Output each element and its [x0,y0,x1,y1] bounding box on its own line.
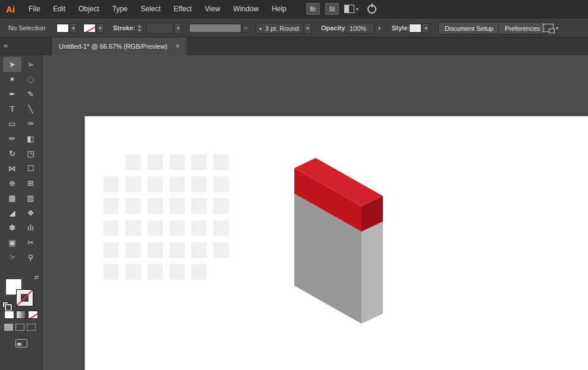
preferences-button[interactable]: Preferences [498,22,546,34]
menu-select[interactable]: Select [134,5,167,13]
change-screen-mode-button[interactable] [15,339,27,347]
fill-color-dropdown[interactable]: ▾ [56,23,77,33]
stroke-swatch[interactable] [83,24,96,33]
drawing-mode-buttons [4,324,36,331]
arrange-documents-icon [344,5,354,13]
menu-object[interactable]: Object [72,5,106,13]
hand-tool[interactable]: ☞ [3,250,21,265]
style-label: Style: [392,24,410,31]
brush-bullet: • [259,25,262,32]
menu-help[interactable]: Help [265,5,293,13]
canvas-area[interactable] [43,55,588,370]
performance-meter-icon[interactable] [367,5,376,14]
rotate-tool[interactable]: ↻ [3,146,21,161]
color-button[interactable] [4,311,14,319]
menu-edit[interactable]: Edit [46,5,72,13]
opacity-input[interactable]: 100% [346,23,375,34]
document-tab-bar: « Untitled-1* @ 66.67% (RGB/Preview) × [0,37,588,55]
stepper-down-icon[interactable]: ▾ [139,29,141,33]
close-icon[interactable]: × [175,42,180,50]
swap-fill-stroke-icon[interactable]: ⇄ [34,274,39,280]
document-tab[interactable]: Untitled-1* @ 66.67% (RGB/Preview) × [51,37,187,55]
curvature-tool[interactable]: ✎ [21,87,40,102]
draw-normal-button[interactable] [4,324,13,331]
brush-name: 3 pt. Round [265,25,299,32]
tools-grid: ➤➢✶◌✒✎T╲▭✑✏◧↻◳⋈☐⊕⊞▦▥◢❖✽ılı▣✂☞⚲ [3,57,40,265]
artboard[interactable] [85,116,588,370]
chevron-down-icon: ▾ [356,7,359,12]
workspace-switcher[interactable]: ▾ [543,24,558,32]
bridge-button[interactable]: Br [306,3,320,15]
menu-bar: Ai FileEditObjectTypeSelectEffectViewWin… [0,0,588,18]
symbol-sprayer-tool[interactable]: ✽ [3,220,21,235]
workspace-icon [543,24,554,32]
draw-behind-button[interactable] [15,324,24,331]
slice-tool[interactable]: ✂ [21,235,40,250]
style-dropdown[interactable]: ▾ [409,23,430,33]
collapse-panel-icon[interactable]: « [4,41,7,50]
column-graph-tool[interactable]: ılı [21,220,40,235]
color-type-buttons [4,311,38,319]
box-artwork[interactable] [85,116,588,370]
pen-tool[interactable]: ✒ [3,87,21,102]
eraser-tool[interactable]: ◧ [21,131,40,146]
eyedropper-tool[interactable]: ◢ [3,205,21,220]
selection-tool[interactable]: ➤ [3,57,21,72]
menu-window[interactable]: Window [227,5,265,13]
fill-stroke-control: ⇄ [2,276,40,310]
magic-wand-tool[interactable]: ✶ [3,72,21,87]
chevron-down-icon[interactable]: ▾ [304,23,312,34]
menu-type[interactable]: Type [106,5,134,13]
chevron-down-icon[interactable]: ▾ [174,23,182,34]
lasso-tool[interactable]: ◌ [21,72,40,87]
brush-definition-combo[interactable]: • 3 pt. Round ▾ [256,23,312,34]
stroke-weight-stepper[interactable]: ▴ ▾ [136,23,143,34]
perspective-grid-tool[interactable]: ⊞ [21,176,40,191]
paintbrush-tool[interactable]: ✑ [21,116,40,131]
stroke-weight-input[interactable] [146,23,174,34]
document-setup-button[interactable]: Document Setup [438,22,500,34]
shape-builder-tool[interactable]: ⊕ [3,176,21,191]
chevron-down-icon[interactable]: ▾ [422,23,430,33]
scale-tool[interactable]: ◳ [21,146,40,161]
opacity-label[interactable]: Opacity: [321,24,347,31]
direct-selection-tool[interactable]: ➢ [21,57,40,72]
menu-file[interactable]: File [22,5,46,13]
default-fill-stroke-icon[interactable] [2,302,11,310]
stroke-color-dropdown[interactable]: ▾ [83,23,104,33]
width-profile-dropdown[interactable]: ▾ [189,24,250,33]
stroke-label[interactable]: Stroke: [113,24,136,31]
mesh-tool[interactable]: ▦ [3,191,21,205]
draw-inside-button[interactable] [27,324,36,331]
style-swatch[interactable] [409,24,422,33]
brush-field[interactable]: • 3 pt. Round [256,23,303,34]
rectangle-tool[interactable]: ▭ [3,116,21,131]
blend-tool[interactable]: ❖ [21,205,40,220]
line-segment-tool[interactable]: ╲ [21,102,40,116]
stroke-color-indicator[interactable] [17,290,33,306]
menu-effect[interactable]: Effect [167,5,198,13]
tools-panel: ➤➢✶◌✒✎T╲▭✑✏◧↻◳⋈☐⊕⊞▦▥◢❖✽ılı▣✂☞⚲ ⇄ [0,55,43,370]
width-tool[interactable]: ⋈ [3,161,21,176]
chevron-down-icon[interactable]: ▾ [242,24,250,33]
chevron-down-icon: ▾ [556,26,558,31]
gradient-tool[interactable]: ▥ [21,191,40,205]
artboard-tool[interactable]: ▣ [3,235,21,250]
chevron-down-icon[interactable]: ▾ [70,23,77,33]
type-tool[interactable]: T [3,102,21,116]
chevron-down-icon[interactable]: ▾ [96,23,104,33]
control-bar: No Selection ▾ ▾ Stroke: ▴ ▾ ▾ ▾ • 3 pt.… [0,18,588,37]
selection-status: No Selection [8,24,45,31]
menu-view[interactable]: View [199,5,227,13]
arrange-documents-button[interactable]: ▾ [344,5,359,13]
shaper-tool[interactable]: ✏ [3,131,21,146]
zoom-tool[interactable]: ⚲ [21,250,40,265]
stroke-weight-combo[interactable]: ▾ [146,23,182,34]
fill-swatch[interactable] [56,24,69,33]
gradient-button[interactable] [16,311,26,319]
opacity-flyout-icon[interactable]: › [378,23,381,32]
stock-button[interactable]: St [325,3,339,15]
free-transform-tool[interactable]: ☐ [21,161,40,176]
none-button[interactable] [28,311,38,319]
box-side-face[interactable] [361,222,383,324]
